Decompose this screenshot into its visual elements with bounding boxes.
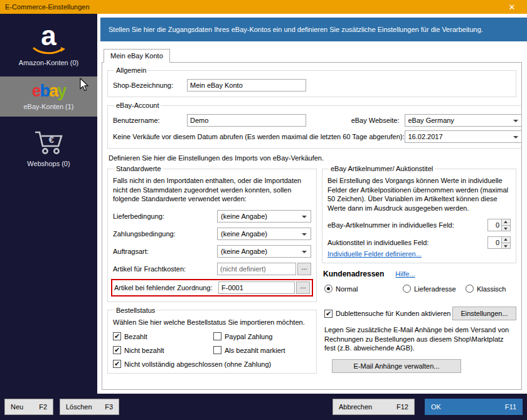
datum-value: 16.02.2017 bbox=[408, 133, 443, 140]
spinner-down-icon[interactable] bbox=[502, 243, 510, 249]
frachtkosten-label: Artikel für Frachtkosten: bbox=[113, 265, 217, 273]
titlebar: E-Commerce-Einstellungen ✕ bbox=[0, 0, 527, 14]
ok-fkey: F11 bbox=[505, 403, 516, 411]
tab-label: Mein eBay Konto bbox=[110, 52, 163, 60]
group-allgemein-legend: Allgemein bbox=[114, 66, 148, 74]
group-artikelnummer: eBay Artikelnummer/ Auktionstitel Bei Er… bbox=[322, 165, 516, 263]
normal-label: Normal bbox=[336, 285, 358, 293]
ebay-logo-icon: ebay bbox=[32, 83, 66, 100]
lieferbedingung-value: (keine Angabe) bbox=[221, 213, 267, 220]
auktionstitel-spinner-value: 0 bbox=[488, 237, 501, 248]
abbrechen-button[interactable]: Abbrechen F12 bbox=[333, 399, 415, 415]
cart-euro-icon: € bbox=[32, 128, 66, 157]
lieferbedingung-label: Lieferbedingung: bbox=[113, 213, 217, 220]
loeschen-button[interactable]: Löschen F3 bbox=[60, 399, 119, 415]
ok-button[interactable]: OK F11 bbox=[425, 399, 523, 415]
sidebar-item-webshops[interactable]: € Webshops (0) bbox=[0, 117, 97, 174]
mouse-cursor bbox=[80, 78, 89, 92]
dublettensuche-checkbox-icon[interactable] bbox=[324, 310, 333, 318]
paypal-label: Paypal Zahlung bbox=[225, 333, 272, 340]
ebay-webseite-select[interactable]: eBay Germany bbox=[405, 114, 523, 127]
checkbox-dublettensuche[interactable]: Dublettensuche für Kunden aktivieren bbox=[324, 310, 450, 318]
checkbox-nicht-bezahlt[interactable]: Nicht bezahlt bbox=[113, 346, 213, 354]
dublettensuche-label: Dublettensuche für Kunden aktivieren bbox=[336, 310, 450, 317]
zuordnung-input[interactable] bbox=[218, 281, 295, 294]
datum-abrufen-label: Keine Verkäufe vor diesem Datum abrufen … bbox=[113, 133, 405, 140]
loeschen-label: Löschen bbox=[66, 403, 92, 411]
nicht-vollstaendig-checkbox-icon[interactable] bbox=[113, 360, 121, 368]
checkbox-als-bezahlt-markiert[interactable]: Als bezahlt markiert bbox=[213, 346, 285, 354]
loeschen-fkey: F3 bbox=[105, 403, 113, 411]
sidebar-item-amazon[interactable]: a Amazon-Konten (0) bbox=[0, 14, 97, 74]
kundenadressen-heading: Kundenadressen bbox=[323, 270, 384, 278]
frachtkosten-input[interactable] bbox=[217, 263, 296, 275]
abbrechen-label: Abbrechen bbox=[339, 403, 372, 411]
ecommerce-settings-window: E-Commerce-Einstellungen ✕ a Amazon-Kont… bbox=[0, 0, 527, 420]
ok-label: OK bbox=[431, 403, 441, 411]
benutzername-input[interactable] bbox=[187, 114, 306, 127]
nicht-vollstaendig-label: Nicht vollständig abgeschlossen (ohne Za… bbox=[124, 360, 271, 368]
group-bestellstatus-legend: Bestellstatus bbox=[114, 307, 157, 314]
benutzername-label: Benutzername: bbox=[113, 117, 187, 124]
group-standardwerte-legend: Standardwerte bbox=[114, 165, 163, 172]
spinner-up-icon[interactable] bbox=[502, 219, 510, 225]
tab-area: Mein eBay Konto Allgemein Shop-Bezeichnu… bbox=[102, 49, 522, 390]
email-anhaenge-button[interactable]: E-Mail Anhänge verwalten... bbox=[332, 359, 461, 373]
hilfe-link[interactable]: Hilfe... bbox=[395, 270, 415, 278]
artikelnummer-feld-label: eBay-Artikelnummer in individuelles Feld… bbox=[327, 221, 487, 229]
auktionstitel-spinner[interactable]: 0 bbox=[487, 236, 511, 249]
abbrechen-fkey: F12 bbox=[397, 403, 408, 411]
close-icon: ✕ bbox=[509, 3, 516, 12]
als-bezahlt-checkbox-icon[interactable] bbox=[213, 346, 221, 354]
group-standardwerte: Standardwerte Falls nicht in den Importd… bbox=[107, 165, 317, 302]
einstellungen-button[interactable]: Einstellungen... bbox=[452, 307, 516, 320]
auftragsart-label: Auftragsart: bbox=[113, 248, 217, 255]
artikelnummer-spinner[interactable]: 0 bbox=[487, 219, 511, 231]
amazon-logo-icon: a bbox=[41, 24, 56, 47]
checkbox-paypal-zahlung[interactable]: Paypal Zahlung bbox=[213, 332, 272, 340]
lieferadresse-radio-icon[interactable] bbox=[403, 285, 411, 293]
group-bestellstatus: Bestellstatus Wählen Sie hier welche Bes… bbox=[107, 307, 317, 374]
bezahlt-label: Bezahlt bbox=[124, 333, 147, 340]
neu-label: Neu bbox=[11, 403, 23, 411]
tab-mein-ebay-konto[interactable]: Mein eBay Konto bbox=[104, 49, 170, 63]
bezahlt-checkbox-icon[interactable] bbox=[113, 332, 121, 340]
als-bezahlt-label: Als bezahlt markiert bbox=[225, 347, 285, 354]
group-allgemein: Allgemein Shop-Bezeichnung: bbox=[107, 66, 516, 97]
zahlungsbedingung-select[interactable]: (keine Angabe) bbox=[217, 228, 311, 240]
ebay-webseite-value: eBay Germany bbox=[408, 117, 454, 124]
individuelle-felder-link[interactable]: Individuelle Felder definieren... bbox=[327, 250, 422, 258]
header-banner-text: Stellen Sie hier die Zugangsdaten Ihres … bbox=[109, 26, 483, 33]
zuordnung-browse-button[interactable]: ... bbox=[296, 281, 310, 294]
artikelnummer-description: Bei Erstellung des Vorgangs können Werte… bbox=[327, 176, 511, 213]
auftragsart-value: (keine Angabe) bbox=[221, 248, 267, 255]
radio-lieferadresse[interactable]: Lieferadresse bbox=[403, 285, 466, 293]
radio-normal[interactable]: Normal bbox=[324, 285, 403, 293]
standardwerte-description: Falls nicht in den Importdaten enthalten… bbox=[113, 176, 311, 204]
nicht-bezahlt-checkbox-icon[interactable] bbox=[113, 346, 121, 354]
frachtkosten-browse-button[interactable]: ... bbox=[297, 263, 311, 275]
shop-bezeichnung-input[interactable] bbox=[187, 79, 306, 92]
radio-klassisch[interactable]: Klassisch bbox=[466, 285, 506, 293]
group-artikelnummer-legend: eBay Artikelnummer/ Auktionstitel bbox=[329, 165, 435, 172]
group-ebay-account-legend: eBay-Account bbox=[114, 102, 161, 109]
auftragsart-select[interactable]: (keine Angabe) bbox=[217, 245, 311, 258]
spinner-up-icon[interactable] bbox=[502, 237, 510, 243]
window-title: E-Commerce-Einstellungen bbox=[5, 3, 90, 11]
spinner-down-icon[interactable] bbox=[502, 225, 510, 231]
email-anhaenge-info-text: Legen Sie zusätzliche E-Mail Anhänge bei… bbox=[324, 325, 516, 353]
klassisch-radio-icon[interactable] bbox=[466, 285, 474, 293]
close-button[interactable]: ✕ bbox=[502, 0, 522, 14]
ebay-webseite-label: eBay Webseite: bbox=[351, 117, 400, 124]
checkbox-bezahlt[interactable]: Bezahlt bbox=[113, 332, 213, 340]
checkbox-nicht-vollstaendig[interactable]: Nicht vollständig abgeschlossen (ohne Za… bbox=[113, 360, 271, 368]
datum-select[interactable]: 16.02.2017 bbox=[405, 130, 523, 143]
neu-button[interactable]: Neu F2 bbox=[4, 399, 53, 415]
svg-text:€: € bbox=[48, 134, 54, 145]
header-banner: Stellen Sie hier die Zugangsdaten Ihres … bbox=[100, 18, 527, 41]
paypal-checkbox-icon[interactable] bbox=[213, 332, 221, 340]
nicht-bezahlt-label: Nicht bezahlt bbox=[124, 347, 164, 354]
lieferbedingung-select[interactable]: (keine Angabe) bbox=[217, 210, 311, 223]
zahlungsbedingung-label: Zahlungsbedingung: bbox=[113, 230, 217, 238]
normal-radio-icon[interactable] bbox=[324, 285, 333, 293]
